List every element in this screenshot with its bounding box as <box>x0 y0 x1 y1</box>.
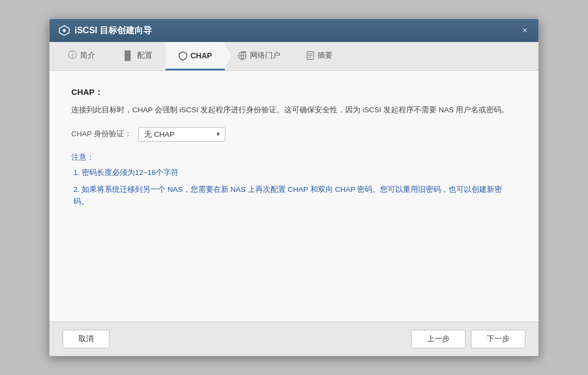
chap-auth-label: CHAP 身份验证： <box>71 129 132 139</box>
tab-network-label: 网络门户 <box>250 51 280 61</box>
dialog-title: iSCSI 目标创建向导 <box>75 25 152 37</box>
chap-icon <box>179 50 187 60</box>
tab-bar: ⓘ 简介 ▐▌ 配置 CHAP <box>50 42 538 71</box>
svg-point-1 <box>63 29 66 32</box>
tab-chap-label: CHAP <box>191 51 212 60</box>
footer: 取消 上一步 下一步 <box>50 322 538 356</box>
close-button[interactable]: × <box>520 26 530 35</box>
title-bar: iSCSI 目标创建向导 × <box>50 19 538 42</box>
prev-button[interactable]: 上一步 <box>411 330 465 348</box>
tab-chap[interactable]: CHAP <box>166 42 225 70</box>
note-item-1: 1. 密码长度必须为12~16个字符 <box>71 167 517 179</box>
chap-auth-row: CHAP 身份验证： 无 CHAP 单向 CHAP 双向 CHAP ▼ <box>71 127 517 142</box>
tab-config[interactable]: ▐▌ 配置 <box>108 42 166 70</box>
config-icon: ▐▌ <box>121 51 134 61</box>
summary-icon <box>307 51 314 61</box>
network-icon <box>238 50 247 60</box>
dialog-window: iSCSI 目标创建向导 × ⓘ 简介 ▐▌ 配置 CHAP <box>49 19 539 356</box>
title-bar-left: iSCSI 目标创建向导 <box>58 25 152 37</box>
tab-summary[interactable]: 摘要 <box>293 42 346 70</box>
chap-auth-select[interactable]: 无 CHAP 单向 CHAP 双向 CHAP <box>138 127 225 142</box>
chap-auth-select-wrapper: 无 CHAP 单向 CHAP 双向 CHAP ▼ <box>138 127 225 142</box>
app-icon <box>58 25 70 37</box>
next-button[interactable]: 下一步 <box>471 330 525 348</box>
content-area: CHAP： 连接到此目标时，CHAP 会强制 iSCSI 发起程序进行身份验证。… <box>50 71 538 322</box>
tab-summary-label: 摘要 <box>317 51 333 61</box>
tab-network[interactable]: 网络门户 <box>225 42 293 70</box>
section-title: CHAP： <box>71 87 517 98</box>
footer-left: 取消 <box>63 330 109 348</box>
description-text: 连接到此目标时，CHAP 会强制 iSCSI 发起程序进行身份验证。这可确保安全… <box>71 104 517 116</box>
footer-right: 上一步 下一步 <box>411 330 525 348</box>
tab-config-label: 配置 <box>137 51 152 61</box>
notes-section: 注意： 1. 密码长度必须为12~16个字符 2. 如果将系统迁移到另一个 NA… <box>71 153 517 209</box>
intro-icon: ⓘ <box>68 50 77 61</box>
note-item-2: 2. 如果将系统迁移到另一个 NAS，您需要在新 NAS 上再次配置 CHAP … <box>71 184 517 209</box>
tab-intro-label: 简介 <box>80 51 95 61</box>
tab-intro[interactable]: ⓘ 简介 <box>55 42 108 70</box>
note-label: 注意： <box>71 153 517 162</box>
cancel-button[interactable]: 取消 <box>63 330 109 348</box>
